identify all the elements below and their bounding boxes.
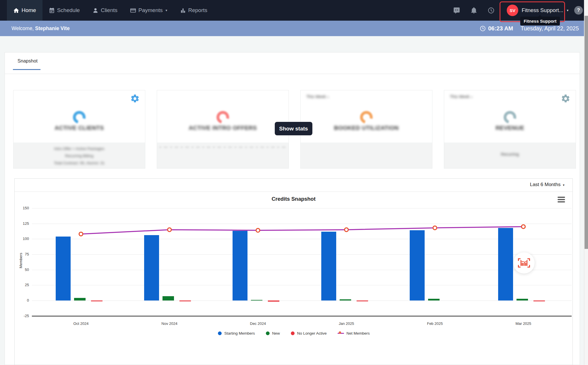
- bar-starting-members: [410, 230, 425, 300]
- period-select[interactable]: This Week▾: [450, 94, 472, 99]
- bar-no-longer-active: [91, 300, 102, 301]
- help-button[interactable]: ?: [574, 6, 583, 15]
- nav-item-label: Schedule: [57, 7, 80, 13]
- clock-icon: [480, 26, 486, 32]
- greeting-prefix: Welcome,: [11, 26, 35, 31]
- current-time: 06:23 AM: [480, 25, 513, 32]
- legend-label: New: [272, 331, 280, 335]
- legend-item[interactable]: No Longer Active: [291, 331, 327, 335]
- chart-plot-area: 1501251007550250-25MembersOct 2024Nov 20…: [15, 179, 573, 365]
- nav-items: Home Schedule Clients Payments ▾ Reports: [0, 0, 214, 21]
- card-settings-button[interactable]: [561, 94, 570, 104]
- net-members-marker: [433, 226, 437, 230]
- legend-label: No Longer Active: [297, 331, 327, 335]
- chevron-down-icon: ▾: [563, 183, 564, 187]
- bar-starting-members: [56, 237, 71, 300]
- date-range-label: Last 6 Months: [530, 182, 561, 187]
- stat-card-active-clients: ACTIVE CLIENTS Intro Offer + Active Pack…: [13, 90, 145, 169]
- legend-label: Net Members: [347, 331, 370, 335]
- stat-card-revenue: This Week▾ REVENUE Recurring: [444, 90, 576, 169]
- chat-icon: [453, 7, 460, 14]
- scrollbar-thumb[interactable]: [585, 16, 588, 249]
- home-icon: [13, 7, 19, 13]
- top-navbar: Home Schedule Clients Payments ▾ Reports: [0, 0, 588, 21]
- x-tick-label: Nov 2024: [158, 321, 181, 326]
- net-members-marker: [345, 228, 348, 232]
- date-range-select[interactable]: Last 6 Months▾: [530, 182, 564, 188]
- chart-title: Credits Snapshot: [15, 196, 572, 202]
- gridline: [32, 270, 572, 270]
- nav-item-label: Home: [22, 7, 36, 13]
- welcome-right: 06:23 AM Tuesday, April 22, 2025: [480, 25, 579, 32]
- legend-item[interactable]: New: [266, 331, 280, 335]
- footer-line: Intro Offer + Active Packages: [13, 145, 145, 152]
- card-settings-button[interactable]: [130, 94, 140, 104]
- period-label: This Week: [306, 94, 326, 99]
- chart-menu-button[interactable]: [558, 197, 565, 202]
- y-tick-label: 50: [17, 268, 29, 272]
- tooltip-text: Fitness Support: [524, 19, 556, 24]
- chevron-down-icon: ▾: [567, 8, 568, 12]
- scan-widget-button[interactable]: [513, 252, 535, 274]
- loading-spinner: [71, 109, 88, 126]
- net-members-marker: [256, 229, 260, 232]
- period-select[interactable]: This Week▾: [306, 94, 329, 99]
- stat-card-active-intro-offers: ACTIVE INTRO OFFERS – — – — – — – — – — …: [157, 90, 289, 169]
- bar-starting-members: [321, 232, 336, 300]
- chevron-down-icon: ▾: [327, 95, 329, 99]
- user-tooltip: Fitness Support: [520, 17, 560, 26]
- bar-no-longer-active: [533, 300, 545, 301]
- gridline: [32, 224, 572, 224]
- barcode-icon: [518, 258, 530, 268]
- legend-item[interactable]: Net Members: [338, 331, 370, 335]
- history-button[interactable]: [483, 7, 500, 14]
- nav-item-clients[interactable]: Clients: [86, 0, 124, 21]
- gridline: [32, 285, 572, 285]
- loading-spinner: [214, 109, 231, 126]
- bar-new: [251, 300, 262, 301]
- nav-item-payments[interactable]: Payments ▾: [124, 0, 174, 21]
- user-name: Fitness Support...: [522, 7, 563, 13]
- loading-spinner: [501, 109, 519, 126]
- nav-item-home[interactable]: Home: [7, 0, 42, 21]
- chevron-down-icon: ▾: [165, 8, 167, 12]
- x-tick-label: Mar 2025: [512, 321, 535, 326]
- bar-no-longer-active: [179, 300, 191, 301]
- show-stats-button[interactable]: Show stats: [275, 122, 312, 135]
- y-tick-label: 150: [17, 206, 29, 210]
- welcome-message: Welcome, Stephanie Vite: [11, 26, 70, 32]
- bar-no-longer-active: [268, 300, 279, 302]
- credits-snapshot-panel: Last 6 Months▾ Credits Snapshot 15012510…: [14, 178, 573, 365]
- tab-active-underline: [13, 69, 40, 70]
- footer-line: Recurring Billing: [13, 152, 145, 159]
- welcome-bar: Welcome, Stephanie Vite 06:23 AM Tuesday…: [0, 21, 588, 36]
- y-tick-label: 125: [17, 221, 29, 226]
- legend-dot-icon: [218, 331, 222, 335]
- legend-item[interactable]: Starting Members: [218, 331, 255, 335]
- net-members-marker: [79, 232, 83, 236]
- user-menu[interactable]: SV Fitness Support... ▾: [504, 5, 571, 16]
- chevron-down-icon: ▾: [471, 95, 472, 99]
- current-date: Tuesday, April 22, 2025: [521, 25, 579, 32]
- x-tick-label: Jan 2025: [335, 321, 358, 326]
- bar-new: [74, 298, 86, 300]
- welcome-user-name: Stephanie Vite: [35, 26, 69, 31]
- gridline: [32, 208, 572, 208]
- y-tick-label: 0: [17, 298, 29, 302]
- footer-placeholder-line: – — – — – — – — – — – — – — – — – — – — …: [157, 145, 289, 149]
- chat-button[interactable]: [448, 7, 465, 14]
- bar-starting-members: [498, 228, 513, 300]
- nav-item-reports[interactable]: Reports: [174, 0, 214, 21]
- notifications-button[interactable]: [465, 7, 483, 14]
- bar-new: [517, 299, 528, 300]
- chart-legend: Starting MembersNewNo Longer ActiveNet M…: [15, 331, 573, 335]
- gridline: [32, 239, 572, 239]
- y-tick-label: -25: [17, 314, 29, 318]
- bar-new: [428, 299, 440, 300]
- card-footer: [301, 143, 432, 168]
- footer-line: Total Contract: 95, Alumni: 31: [13, 159, 145, 167]
- card-title: BOOKED UTILIZATION: [301, 125, 432, 131]
- nav-item-schedule[interactable]: Schedule: [42, 0, 86, 21]
- avatar: SV: [507, 5, 518, 16]
- tab-snapshot[interactable]: Snapshot: [18, 58, 38, 64]
